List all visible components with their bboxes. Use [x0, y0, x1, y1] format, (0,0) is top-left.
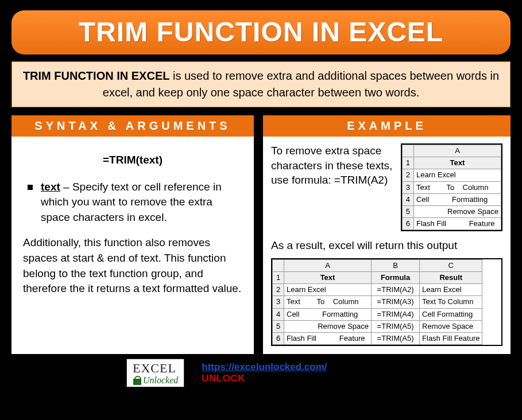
additional-note: Additionally, this function also removes… [23, 235, 242, 296]
argument-desc: – Specify text or cell reference in whic… [41, 181, 222, 223]
syntax-formula: =TRIM(text) [23, 153, 242, 168]
t2-cell: Flash Fill Feature [420, 333, 482, 345]
t2-cell: Remove Space [284, 320, 372, 332]
output-table: A B C 1 Text Formula Result 2Learn Excel… [271, 258, 502, 346]
footer: EXCEL Unlocked https://excelunlocked.com… [11, 359, 511, 387]
main-title-bar: TRIM FUNCTION IN EXCEL [11, 10, 511, 55]
row-num: 5 [273, 320, 284, 332]
syntax-body: =TRIM(text) text – Specify text or cell … [11, 137, 254, 307]
t2-cell: =TRIM(A2) [372, 284, 420, 296]
row-num: 2 [402, 169, 413, 181]
example-header: EXAMPLE [263, 115, 511, 137]
table1-cell: Learn Excel [413, 169, 501, 181]
row-num: 1 [402, 157, 413, 169]
col-header-a: A [413, 145, 501, 157]
t2-cell: Remove Space [420, 320, 482, 332]
col-header: A [284, 259, 372, 271]
row-num: 3 [402, 181, 413, 193]
table-corner [402, 145, 413, 157]
t2-cell: =TRIM(A5) [372, 333, 420, 345]
footer-links: https://excelunlocked.com/ UNLOCK [202, 361, 327, 384]
argument-name: text [41, 181, 60, 193]
t2-cell: =TRIM(A5) [372, 320, 420, 332]
infographic-page: TRIM FUNCTION IN EXCEL TRIM FUNCTION IN … [0, 0, 522, 420]
table1-header: Text [413, 157, 501, 169]
lock-icon [133, 376, 141, 385]
intro-box: TRIM FUNCTION IN EXCEL is used to remove… [11, 61, 511, 107]
intro-bold: TRIM FUNCTION IN EXCEL [23, 69, 170, 82]
row-num: 3 [273, 296, 284, 308]
argument-item: text – Specify text or cell reference in… [23, 180, 242, 225]
columns: SYNTAX & ARGUMENTS =TRIM(text) text – Sp… [11, 115, 511, 354]
table1-cell: Flash Fill Feature [413, 218, 501, 230]
table2-header: Text [284, 272, 372, 284]
col-header: C [420, 259, 482, 271]
brand-logo: EXCEL Unlocked [126, 359, 184, 387]
col-header: B [372, 259, 420, 271]
example-body: To remove extra space characters in thes… [263, 137, 511, 354]
logo-text-top: EXCEL [133, 361, 178, 376]
syntax-panel: SYNTAX & ARGUMENTS =TRIM(text) text – Sp… [11, 115, 254, 354]
row-num: 5 [402, 205, 413, 217]
table1-cell: Remove Space [413, 205, 501, 217]
example-intro-text: To remove extra space characters in thes… [271, 143, 393, 188]
logo-unlocked-text: Unlocked [143, 376, 178, 384]
example-top-row: To remove extra space characters in thes… [271, 143, 502, 231]
t2-cell: Cell Formatting [284, 308, 372, 320]
input-table: A 1Text 2Learn Excel 3Text To Column 4Ce… [401, 143, 502, 231]
t2-cell: Text To Column [284, 296, 372, 308]
table1-cell: Text To Column [413, 181, 501, 193]
row-num: 1 [273, 272, 284, 284]
row-num: 2 [273, 284, 284, 296]
logo-excel-text: EXCEL [133, 361, 176, 375]
t2-cell: Cell Formatting [420, 308, 482, 320]
result-label: As a result, excel will return this outp… [271, 238, 502, 254]
row-num: 4 [273, 308, 284, 320]
table2-header: Result [420, 272, 482, 284]
table-corner [273, 259, 284, 271]
main-title: TRIM FUNCTION IN EXCEL [79, 17, 443, 47]
syntax-header: SYNTAX & ARGUMENTS [11, 115, 254, 137]
site-url-link[interactable]: https://excelunlocked.com/ [202, 361, 327, 372]
example-panel: EXAMPLE To remove extra space characters… [263, 115, 511, 354]
bullet-icon [28, 185, 33, 190]
t2-cell: Text To Column [420, 296, 482, 308]
table1-cell: Cell Formatting [413, 193, 501, 205]
t2-cell: =TRIM(A3) [372, 296, 420, 308]
row-num: 6 [273, 333, 284, 345]
unlock-label: UNLOCK [202, 373, 245, 384]
row-num: 6 [402, 218, 413, 230]
t2-cell: Learn Excel [284, 284, 372, 296]
argument-text: text – Specify text or cell reference in… [41, 180, 242, 225]
t2-cell: Flash Fill Feature [284, 333, 372, 345]
table2-header: Formula [372, 272, 420, 284]
row-num: 4 [402, 193, 413, 205]
t2-cell: =TRIM(A4) [372, 308, 420, 320]
t2-cell: Learn Excel [420, 284, 482, 296]
